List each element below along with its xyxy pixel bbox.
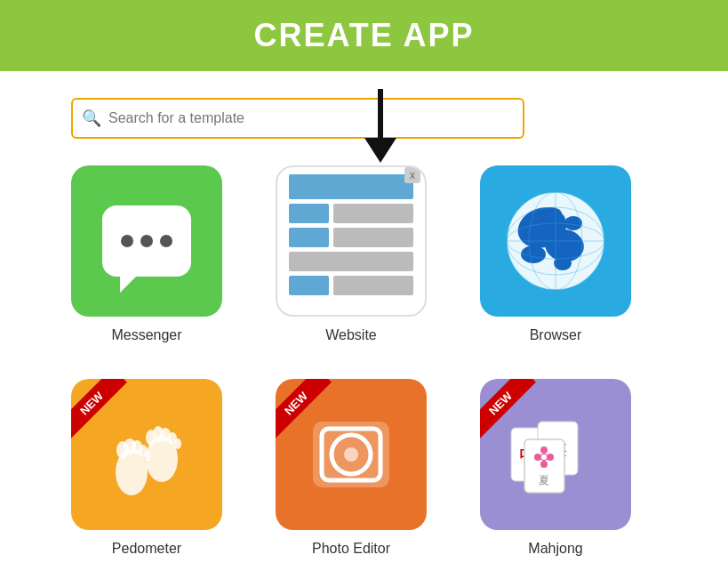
ws-cell-blue-2 — [289, 228, 329, 247]
svg-point-37 — [534, 454, 541, 461]
website-label: Website — [325, 327, 377, 343]
dot-2 — [140, 235, 153, 247]
svg-point-38 — [547, 454, 554, 461]
dot-3 — [160, 235, 172, 247]
ws-cell-gray-1 — [333, 204, 413, 223]
photo-editor-icon-bg: NEW — [276, 379, 427, 530]
new-badge-photo: NEW — [276, 379, 336, 439]
messenger-icon-bg — [71, 165, 222, 317]
ws-cell-gray-3 — [333, 276, 413, 295]
mahjong-icon-bg: NEW 中 梅 — [480, 379, 631, 530]
browser-icon-bg — [480, 165, 631, 317]
browser-label: Browser — [530, 327, 582, 343]
new-badge-label-photo: NEW — [276, 379, 332, 438]
website-icon-bg: x — [276, 165, 427, 317]
ws-row-3 — [289, 276, 413, 295]
new-badge-label: NEW — [71, 379, 127, 438]
photo-editor-label: Photo Editor — [312, 541, 390, 557]
ws-top-bar — [289, 174, 413, 199]
ws-row-1 — [289, 204, 413, 223]
pedometer-label: Pedometer — [112, 541, 181, 557]
website-mockup: x — [289, 174, 413, 308]
svg-point-39 — [541, 454, 547, 460]
ws-cell-blue-1 — [289, 204, 329, 223]
page-header: CREATE APP — [0, 0, 728, 71]
search-input[interactable] — [71, 98, 524, 139]
page-title: CREATE APP — [253, 17, 474, 54]
dot-1 — [121, 235, 133, 247]
close-icon: x — [404, 167, 420, 183]
new-badge-label-mahjong: NEW — [480, 379, 536, 438]
app-grid: Messenger x — [71, 165, 657, 557]
svg-point-3 — [540, 207, 562, 221]
app-item-photo-editor[interactable]: NEW Photo Editor — [276, 379, 427, 557]
svg-point-36 — [540, 461, 548, 468]
app-item-browser[interactable]: Browser — [480, 165, 631, 343]
ws-cell-blue-3 — [289, 276, 329, 295]
app-item-pedometer[interactable]: NEW — [71, 379, 222, 557]
new-badge-pedometer: NEW — [71, 379, 132, 439]
app-item-mahjong[interactable]: NEW 中 梅 — [480, 379, 631, 557]
main-content: 🔍 Messenger — [0, 71, 728, 587]
svg-text:夏: 夏 — [539, 474, 549, 486]
pedometer-icon-bg: NEW — [71, 379, 222, 530]
ws-row-2 — [289, 228, 413, 247]
arrow-indicator — [364, 89, 396, 163]
svg-point-28 — [344, 447, 358, 462]
svg-point-24 — [174, 438, 181, 449]
search-icon: 🔍 — [82, 109, 101, 128]
app-item-website[interactable]: x — [276, 165, 427, 343]
ws-cell-gray-2 — [333, 228, 413, 247]
app-row-1: Messenger x — [71, 165, 657, 343]
messenger-label: Messenger — [111, 327, 181, 343]
app-item-messenger[interactable]: Messenger — [71, 165, 222, 343]
ws-full-gray — [289, 252, 413, 271]
messenger-bubble — [102, 205, 191, 277]
new-badge-mahjong: NEW — [480, 379, 540, 439]
globe-icon — [502, 188, 609, 294]
search-container: 🔍 — [71, 98, 657, 139]
mahjong-label: Mahjong — [528, 541, 582, 557]
svg-point-35 — [540, 446, 548, 454]
app-row-2: NEW — [71, 379, 657, 557]
